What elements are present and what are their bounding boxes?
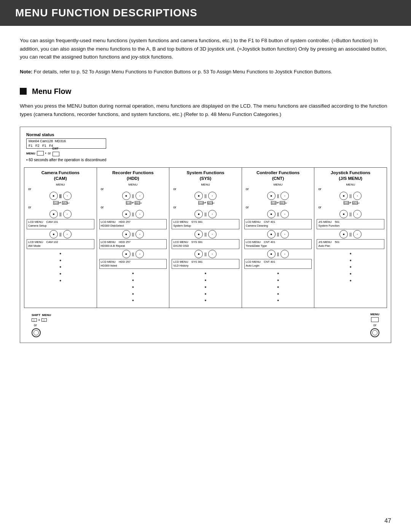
sys-circle-8: ◦ xyxy=(208,250,217,258)
hdd-column: Recorder Functions (HDD) MENU or ● || ◦ … xyxy=(97,167,170,308)
hdd-shift-btn: SHIFT xyxy=(126,201,131,205)
js-icon-row-1: ● || ◦ xyxy=(316,192,385,200)
hdd-circle-6: ◦ xyxy=(135,230,144,238)
hdd-circle-5: ● xyxy=(122,230,131,238)
js-menu-label: MENU xyxy=(316,183,385,186)
hdd-circle-7: ● xyxy=(122,250,131,258)
bottom-center-area: MENU or xyxy=(370,313,379,337)
sys-dots: ••••• xyxy=(171,270,240,304)
cnt-or-1: or xyxy=(246,187,313,191)
hdd-or-2: or xyxy=(101,205,168,209)
bottom-plus: + xyxy=(38,318,40,322)
js-circle-1: ● xyxy=(339,192,348,200)
js-lcd-2: J/S MENU 501Auto Pan xyxy=(317,239,384,249)
js-col-header: Joystick Functions (J/S MENU) xyxy=(316,170,385,181)
hdd-icon-row-1: ● || ◦ xyxy=(99,192,168,200)
js-sep-2: || xyxy=(349,212,352,216)
cnt-lcd-3: LCD MENU CNT 401Auto Login xyxy=(244,259,312,269)
cnt-column: Controller Functions (CNT) MENU or ● || … xyxy=(242,167,315,308)
hdd-or-1: or xyxy=(101,187,168,191)
bottom-center-circle xyxy=(370,328,379,337)
cnt-circle-7: ● xyxy=(267,250,276,258)
cam-shift-menu: SHIFT + MENU xyxy=(26,201,95,205)
js-icon-row-3: ● || ◦ xyxy=(316,230,385,238)
function-columns: Camera Functions (CAM) MENU or ● || ◦ SH… xyxy=(24,167,387,308)
cnt-icon-row-1: ● || ◦ xyxy=(244,192,313,200)
js-lcd-1: J/S MENU 501System Function xyxy=(317,219,384,229)
cnt-shift-btn: SHIFT xyxy=(271,201,276,205)
cam-or-2: or xyxy=(28,205,95,209)
cam-col-header: Camera Functions (CAM) xyxy=(26,170,95,181)
sys-icon-row-3: ● || ◦ xyxy=(171,230,240,238)
js-circle-2: ◦ xyxy=(353,192,362,200)
cnt-plus: + xyxy=(277,201,279,205)
sys-circle-5: ● xyxy=(194,230,203,238)
cam-or-1: or xyxy=(28,187,95,191)
cam-sep-2: || xyxy=(59,212,62,216)
or-label-top: • xyxy=(45,151,46,155)
cam-icon-row-3: ● || ◦ xyxy=(26,230,95,238)
sys-sep-4: || xyxy=(204,252,207,256)
cam-menu-label: MENU xyxy=(26,183,95,186)
sys-or-2: or xyxy=(173,205,240,209)
cnt-sep-2: || xyxy=(277,212,279,216)
hdd-sep-1: || xyxy=(132,194,134,198)
cam-circle-4: ◦ xyxy=(63,210,72,218)
note-text: For details, refer to p. 52 To Assign Me… xyxy=(34,69,332,75)
bottom-double-circle xyxy=(32,328,41,337)
sys-plus: + xyxy=(204,201,206,205)
js-shift-btn: SHIFT xyxy=(344,201,349,205)
sys-or-1: or xyxy=(173,187,240,191)
cnt-circle-2: ◦ xyxy=(280,192,289,200)
hdd-menu-label: MENU xyxy=(99,183,168,186)
hdd-circle-8: ◦ xyxy=(135,250,144,258)
js-menu-btn: MENU xyxy=(352,201,358,205)
sys-lcd-1: LCD MENU SYS 381System Setup xyxy=(172,219,239,229)
hdd-sep-3: || xyxy=(132,232,134,237)
cnt-menu-btn: MENU xyxy=(280,201,285,205)
cnt-col-header: Controller Functions (CNT) xyxy=(244,170,313,181)
hdd-shift-menu: SHIFT + MENU xyxy=(99,201,168,205)
hdd-lcd-3: LCD MENU HDD 257HD300 listed xyxy=(99,259,167,269)
js-circle-6: ◦ xyxy=(353,230,362,238)
cnt-circle-3: ● xyxy=(267,210,276,218)
sys-menu-label: MENU xyxy=(171,183,240,186)
hdd-col-header: Recorder Functions (HDD) xyxy=(99,170,168,181)
cam-circle-1: ● xyxy=(49,192,58,200)
cam-plus: + xyxy=(59,201,61,205)
hdd-circle-2: ◦ xyxy=(135,192,144,200)
sys-circle-3: ● xyxy=(194,210,203,218)
sys-circle-1: ● xyxy=(194,192,203,200)
js-sep-1: || xyxy=(349,194,352,198)
note-label: Note: xyxy=(20,69,32,75)
sys-sep-3: || xyxy=(204,232,207,237)
hdd-circle-4: ◦ xyxy=(135,210,144,218)
hdd-circle-3: ● xyxy=(122,210,131,218)
shift-menu-label-bottom: SHIFT MENU xyxy=(32,313,51,317)
sys-sep-1: || xyxy=(204,194,207,198)
cnt-dots: ••••• xyxy=(244,270,313,304)
cam-shift-btn: SHIFT xyxy=(53,201,59,205)
note-paragraph: Note: For details, refer to p. 52 To Ass… xyxy=(20,68,391,76)
sys-sep-2: || xyxy=(204,212,207,216)
js-plus: + xyxy=(350,201,352,205)
section-title-text: Menu Flow xyxy=(32,87,71,96)
sixty-sec-note: • 60 seconds after the operation is disc… xyxy=(26,158,106,162)
cnt-or-2: or xyxy=(246,205,313,209)
cnt-icon-row-2: ● || ◦ xyxy=(244,210,313,218)
bottom-center-menu-rect xyxy=(371,317,379,322)
js-or-1: or xyxy=(318,187,385,191)
cam-dots: ••••• xyxy=(26,251,95,284)
cam-circle-6: ◦ xyxy=(63,230,72,238)
page-header: MENU FUNCTION DESCRIPTIONS xyxy=(0,0,411,26)
hdd-menu-btn: MENU xyxy=(135,201,140,205)
bottom-shift-btn: ▢ xyxy=(32,318,37,322)
cam-circle-5: ● xyxy=(49,230,58,238)
intro-paragraph: You can assign frequently-used menu func… xyxy=(20,37,391,61)
js-dots: ••••• xyxy=(316,251,385,284)
cnt-circle-6: ◦ xyxy=(280,230,289,238)
cam-sep-3: || xyxy=(59,232,62,237)
sys-circle-2: ◦ xyxy=(208,192,217,200)
sys-shift-btn: SHIFT xyxy=(198,201,204,205)
hdd-icon-row-3: ● || ◦ xyxy=(99,230,168,238)
